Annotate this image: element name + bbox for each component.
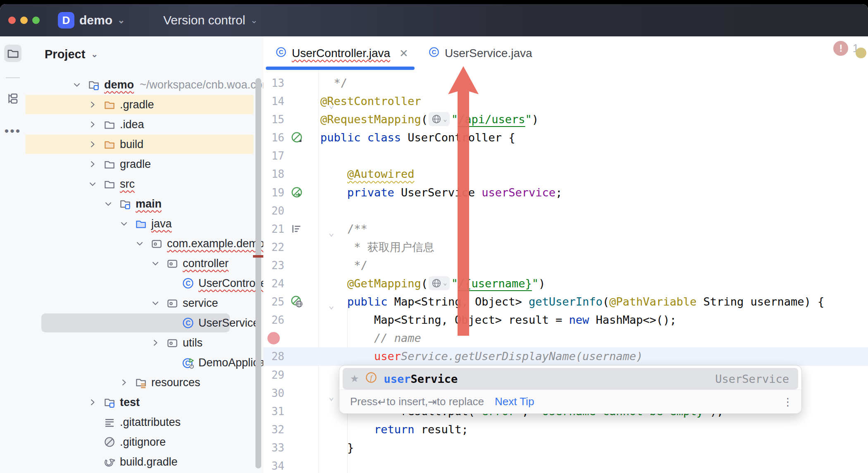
folder-icon xyxy=(103,178,120,190)
chevron-down-icon[interactable] xyxy=(72,80,82,90)
code-line[interactable]: 24 @GetMapping(⌄"/{username}") xyxy=(263,275,868,293)
code-line[interactable]: 15@RequestMapping(⌄"/api/users") xyxy=(263,110,868,129)
chevron-down-icon: ⌄ xyxy=(443,110,447,128)
code-line[interactable]: 21⌄ /** xyxy=(263,220,868,238)
url-inlay[interactable]: ⌄ xyxy=(429,112,450,126)
code-line[interactable]: 32 return result; xyxy=(263,420,868,439)
chevron-down-icon[interactable] xyxy=(88,179,98,189)
runnable-class-icon xyxy=(182,356,198,369)
project-badge: D xyxy=(58,12,74,29)
completion-item-selected[interactable]: ★ userService UserService xyxy=(343,368,798,389)
zoom-window-button[interactable] xyxy=(32,17,40,24)
tree-row[interactable]: gradle xyxy=(26,154,263,174)
module-folder-icon xyxy=(88,79,104,91)
project-panel-header[interactable]: Project ⌄ xyxy=(45,47,98,61)
tree-row[interactable]: com.example.demo xyxy=(26,234,263,253)
tab-userservice[interactable]: UserService.java xyxy=(428,36,532,70)
inspections-widget[interactable]: ! 1 xyxy=(833,41,859,56)
tree-row[interactable]: java xyxy=(26,214,263,234)
code-line[interactable]: 26 Map<String, Object> result = new Hash… xyxy=(263,311,868,329)
request-mapping-bean-icon[interactable] xyxy=(291,295,303,308)
tree-item-label: build xyxy=(120,138,143,151)
tab-label: UserService.java xyxy=(445,47,532,60)
project-scrollbar[interactable] xyxy=(255,78,261,468)
chevron-down-icon: ⌄ xyxy=(443,274,447,292)
close-window-button[interactable] xyxy=(8,17,16,24)
chevron-down-icon[interactable] xyxy=(150,258,160,268)
tree-row[interactable]: .gitignore xyxy=(26,432,263,452)
code-line[interactable]: 16public class UserController { xyxy=(263,129,868,147)
tree-row[interactable]: .gradle xyxy=(26,95,263,115)
code-line[interactable]: 20 xyxy=(263,202,868,220)
autowired-bean-icon[interactable] xyxy=(291,186,303,198)
field-icon xyxy=(365,371,377,386)
tree-row[interactable]: .idea xyxy=(26,115,263,134)
code-line[interactable]: 22 * 获取用户信息 xyxy=(263,238,868,256)
chevron-right-icon[interactable] xyxy=(88,139,98,149)
code-line[interactable]: 17 xyxy=(263,147,868,165)
tree-row[interactable]: src xyxy=(26,174,263,194)
kebab-menu-icon[interactable]: ⋮ xyxy=(782,396,793,408)
tree-row[interactable]: utils xyxy=(26,333,263,353)
version-control-menu[interactable]: Version control ⌄ xyxy=(163,4,258,36)
chevron-right-icon[interactable] xyxy=(88,119,98,129)
tree-item-label: .gitignore xyxy=(120,436,166,449)
project-tool-button[interactable] xyxy=(4,45,21,62)
tree-row[interactable]: UserController xyxy=(26,273,263,293)
chevron-down-icon[interactable] xyxy=(103,199,113,209)
resources-folder-icon xyxy=(135,376,151,389)
minimize-window-button[interactable] xyxy=(20,17,28,24)
class-icon xyxy=(275,46,287,61)
code-line[interactable]: // name xyxy=(263,329,868,347)
footer-hint: to replace xyxy=(437,395,484,408)
spring-bean-icon[interactable] xyxy=(291,131,303,143)
code-line[interactable]: 34 xyxy=(263,457,868,473)
tree-row-selected[interactable]: UserService xyxy=(26,313,263,333)
project-menu[interactable]: demo ⌄ xyxy=(79,4,125,36)
code-line[interactable]: 25⌄ public Map<String, Object> getUserIn… xyxy=(263,293,868,311)
chevron-down-icon[interactable] xyxy=(135,239,145,248)
tree-row[interactable]: resources xyxy=(26,373,263,392)
tree-row[interactable]: controller xyxy=(26,253,263,273)
code-line[interactable]: 13 */ xyxy=(263,74,868,92)
tree-row[interactable]: build.gradle xyxy=(26,452,263,472)
chevron-right-icon[interactable] xyxy=(88,397,98,407)
next-tip-link[interactable]: Next Tip xyxy=(495,395,534,408)
tree-row[interactable]: demo ~/workspace/cnb.woa.com/g xyxy=(26,75,263,95)
gradle-icon xyxy=(103,456,120,468)
more-tool-windows-button[interactable]: ••• xyxy=(0,124,26,138)
close-tab-icon[interactable]: ✕ xyxy=(399,47,408,60)
code-line[interactable]: 19 private UserService userService; xyxy=(263,184,868,202)
tab-usercontroller[interactable]: UserController.java ✕ xyxy=(275,36,408,70)
url-inlay[interactable]: ⌄ xyxy=(429,276,450,290)
code-line[interactable]: 23 */ xyxy=(263,256,868,275)
code-line[interactable]: 33 } xyxy=(263,439,868,457)
chevron-right-icon[interactable] xyxy=(88,100,98,110)
tree-row[interactable]: main xyxy=(26,194,263,214)
chevron-right-icon[interactable] xyxy=(88,159,98,169)
code-line-current[interactable]: 28 userService.getUserDisplayName(userna… xyxy=(263,347,868,366)
chevron-right-icon[interactable] xyxy=(150,338,160,348)
tree-row[interactable]: .gitattributes xyxy=(26,412,263,432)
chevron-down-icon[interactable] xyxy=(150,298,160,308)
completion-match: user xyxy=(384,373,411,385)
code-line[interactable]: 14⌄@RestController xyxy=(263,92,868,110)
line-number: 22 xyxy=(263,238,284,256)
chevron-right-icon[interactable] xyxy=(119,377,129,387)
tree-row[interactable]: build xyxy=(26,134,263,154)
chevron-down-icon[interactable] xyxy=(119,219,129,229)
structure-tool-button[interactable] xyxy=(4,90,21,107)
line-number: 19 xyxy=(263,184,284,202)
breakpoint-icon[interactable] xyxy=(267,332,280,344)
package-icon xyxy=(166,337,183,349)
tree-row[interactable]: service xyxy=(26,293,263,313)
tab-key-icon: ⇥ xyxy=(428,396,437,408)
tree-row[interactable]: test xyxy=(26,392,263,412)
tree-row[interactable]: DemoApplication xyxy=(26,353,263,373)
sort-comment-icon[interactable] xyxy=(291,223,302,234)
chevron-down-icon: ⌄ xyxy=(91,49,98,59)
line-number: 23 xyxy=(263,256,284,275)
chevron-down-icon: ⌄ xyxy=(117,15,125,26)
code-line[interactable]: 18 @Autowired xyxy=(263,165,868,183)
editor-tab-bar: UserController.java ✕ UserService.java !… xyxy=(263,36,868,71)
